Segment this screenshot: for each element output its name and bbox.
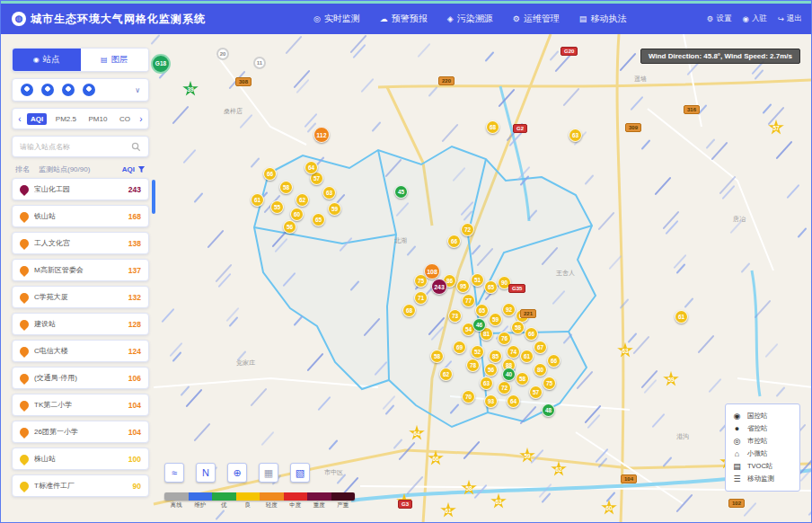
station-marker[interactable]: 66 (428, 450, 444, 466)
station-list-row[interactable]: (交通局·停用)106 (12, 367, 149, 389)
station-marker[interactable]: 60 (290, 208, 304, 221)
station-marker[interactable]: 61 (520, 350, 534, 363)
station-marker[interactable]: 243 (431, 279, 447, 295)
search-icon[interactable] (131, 142, 141, 152)
station-marker[interactable]: 59 (519, 448, 535, 464)
station-list-row[interactable]: 铁山站168 (12, 205, 149, 227)
station-marker[interactable]: 59 (328, 202, 341, 216)
station-marker[interactable]: 58 (511, 321, 525, 334)
list-scrollbar[interactable] (152, 180, 155, 214)
station-marker[interactable]: 60 (601, 500, 617, 516)
station-marker[interactable]: 64 (409, 425, 425, 441)
station-marker[interactable]: 73 (448, 309, 462, 323)
header-action-设置[interactable]: ⚙设置 (707, 13, 732, 24)
station-marker[interactable]: 62 (551, 461, 567, 477)
station-marker[interactable]: 62 (439, 368, 453, 381)
station-marker[interactable]: 66 (447, 235, 461, 248)
station-marker[interactable]: 71 (414, 291, 428, 305)
station-marker[interactable]: 69 (453, 341, 466, 354)
station-marker[interactable]: 77 (462, 294, 475, 307)
station-marker[interactable]: 92 (502, 303, 516, 316)
header-action-退出[interactable]: ↪退出 (778, 13, 802, 24)
station-marker[interactable]: 62 (296, 193, 309, 207)
station-list-row[interactable]: 建设站128 (12, 313, 149, 335)
station-marker[interactable]: 108 (424, 263, 440, 279)
station-marker[interactable]: 72 (461, 223, 474, 236)
station-marker[interactable]: 52 (471, 345, 484, 359)
station-marker[interactable]: 112 (313, 127, 330, 143)
chevron-down-icon[interactable]: ∨ (135, 86, 140, 94)
station-marker[interactable]: 61 (675, 310, 688, 324)
station-marker[interactable]: 63 (569, 129, 582, 142)
station-marker[interactable]: 93 (484, 394, 498, 408)
station-marker[interactable]: 76 (498, 332, 511, 345)
pollutant-tab-PM10[interactable]: PM10 (85, 113, 111, 125)
north-compass-button[interactable]: N (196, 463, 216, 483)
station-marker[interactable]: 78 (466, 359, 480, 372)
station-marker[interactable]: 65 (312, 213, 325, 226)
station-marker[interactable]: 58 (279, 181, 293, 194)
nav-item-实时监测[interactable]: ◎实时监测 (313, 13, 360, 25)
station-list-row[interactable]: 宝山化工园243 (12, 178, 149, 200)
station-marker[interactable]: 61 (440, 502, 456, 519)
header-action-入驻[interactable]: ◉入驻 (742, 13, 766, 24)
station-marker[interactable]: 56 (484, 363, 498, 377)
station-marker[interactable]: 68 (486, 120, 499, 134)
station-list-row[interactable]: M高新区管委会137 (12, 259, 149, 281)
station-marker[interactable]: 63 (480, 377, 493, 390)
station-marker[interactable]: 58 (430, 350, 444, 363)
station-marker[interactable]: 66 (263, 167, 277, 181)
sort-funnel-icon[interactable] (137, 165, 146, 173)
station-marker[interactable]: 65 (484, 280, 498, 294)
station-marker[interactable]: 63 (322, 186, 336, 199)
station-marker[interactable]: 63 (617, 342, 633, 359)
pollutant-next-icon[interactable]: › (137, 114, 145, 124)
station-marker[interactable]: 58 (461, 480, 477, 496)
station-marker[interactable]: 65 (475, 304, 489, 317)
station-marker[interactable]: 64 (304, 161, 318, 174)
panel-tab-站点[interactable]: ◉站点 (13, 49, 81, 71)
wind-layer-button[interactable]: ≈ (164, 463, 184, 483)
station-marker[interactable]: 46 (472, 318, 486, 332)
municipal-station-filter-icon[interactable] (62, 84, 75, 96)
grid-layer-button[interactable]: ▦ (259, 463, 278, 483)
station-marker[interactable]: 63 (490, 493, 507, 510)
station-list-row[interactable]: 工人文化宫138 (12, 232, 149, 254)
station-marker[interactable]: 67 (534, 341, 547, 354)
station-marker[interactable]: 64 (507, 394, 520, 408)
station-marker[interactable]: 57 (529, 386, 543, 399)
pollutant-tab-AQI[interactable]: AQI (27, 113, 47, 125)
pollutant-tab-PM2.5[interactable]: PM2.5 (52, 113, 80, 125)
national-station-filter-icon[interactable] (21, 84, 33, 96)
station-marker[interactable]: 66 (547, 354, 560, 368)
station-list-row[interactable]: TK第二小学104 (12, 394, 149, 416)
nav-item-污染溯源[interactable]: ◈污染溯源 (447, 13, 493, 25)
station-marker[interactable]: 58 (516, 372, 529, 386)
provincial-station-filter-icon[interactable] (41, 84, 54, 96)
station-list-row[interactable]: C学苑大厦132 (12, 286, 149, 308)
station-marker[interactable]: 55 (270, 200, 284, 214)
station-marker[interactable]: 48 (542, 403, 555, 417)
station-marker[interactable]: 59 (663, 371, 679, 387)
panel-tab-图层[interactable]: ▤图层 (81, 49, 149, 71)
nav-item-移动执法[interactable]: ▤移动执法 (579, 13, 627, 25)
station-list-row[interactable]: C电信大楼124 (12, 340, 149, 362)
station-marker[interactable]: 39 (182, 81, 199, 97)
station-marker[interactable]: 40 (502, 368, 516, 381)
station-marker[interactable]: 59 (489, 313, 502, 326)
station-marker[interactable]: 61 (251, 193, 264, 207)
nav-item-运维管理[interactable]: ⚙运维管理 (513, 13, 560, 25)
station-marker[interactable]: 45 (394, 185, 408, 199)
station-marker[interactable]: 51 (471, 273, 484, 287)
station-marker[interactable]: 85 (489, 350, 502, 363)
station-marker[interactable]: 57 (768, 120, 784, 136)
basemap-button[interactable]: ▧ (290, 463, 310, 483)
pollutant-tab-CO[interactable]: CO (116, 113, 134, 125)
station-marker[interactable]: 68 (402, 304, 416, 317)
station-list-row[interactable]: T标准件工厂90 (12, 474, 149, 497)
station-list-row[interactable]: 株山站100 (12, 448, 149, 470)
search-input[interactable] (20, 143, 131, 151)
micro-station-filter-icon[interactable] (83, 84, 95, 96)
station-marker[interactable]: 56 (283, 220, 296, 234)
station-marker[interactable]: 66 (525, 327, 538, 341)
